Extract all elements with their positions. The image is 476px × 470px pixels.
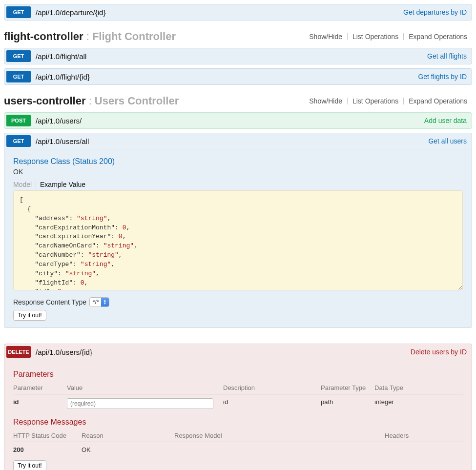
operation-flight-id: GET /api/1.0/flight/{id} Get flights by … bbox=[4, 68, 472, 85]
param-value-cell bbox=[67, 394, 223, 413]
operation-path[interactable]: /api/1.0/departure/{id} bbox=[36, 8, 105, 17]
operation-users-post: POST /api/1.0/users/ Add user data bbox=[4, 112, 472, 129]
response-tabs: Model Example Value bbox=[13, 181, 463, 188]
try-it-out-button[interactable]: Try it out! bbox=[13, 460, 46, 470]
th-parameter-type: Parameter Type bbox=[321, 382, 374, 394]
th-data-type: Data Type bbox=[374, 382, 463, 394]
response-content-type-label: Response Content Type bbox=[13, 298, 86, 306]
response-content-type-value: */* bbox=[90, 299, 101, 306]
th-parameter: Parameter bbox=[13, 382, 67, 394]
operation-header[interactable]: DELETE /api/1.0/users/{id} Delete users … bbox=[4, 344, 472, 360]
controller-separator: : bbox=[86, 30, 92, 42]
param-data-type: integer bbox=[374, 394, 463, 413]
controller-actions: Show/Hide List Operations Expand Operati… bbox=[304, 97, 472, 105]
th-headers: Headers bbox=[385, 429, 463, 442]
param-type: path bbox=[321, 394, 374, 413]
controller-desc: Users Controller bbox=[95, 95, 179, 107]
operation-summary[interactable]: Get departures by ID bbox=[403, 8, 467, 16]
th-description: Description bbox=[223, 382, 321, 394]
operation-header[interactable]: GET /api/1.0/users/all Get all users bbox=[4, 133, 472, 149]
controller-title[interactable]: users-controller : Users Controller bbox=[4, 95, 179, 107]
operation-header[interactable]: GET /api/1.0/flight/all Get all flights bbox=[4, 48, 472, 64]
action-list-ops[interactable]: List Operations bbox=[348, 97, 403, 105]
operation-path[interactable]: /api/1.0/users/{id} bbox=[36, 348, 92, 356]
operation-summary[interactable]: Get all flights bbox=[427, 52, 467, 60]
parameters-table: Parameter Value Description Parameter Ty… bbox=[13, 382, 463, 413]
response-row: 200 OK bbox=[13, 442, 463, 458]
method-badge-post: POST bbox=[6, 115, 31, 126]
operation-flight-all: GET /api/1.0/flight/all Get all flights bbox=[4, 48, 472, 64]
operation-body: Parameters Parameter Value Description P… bbox=[4, 360, 472, 470]
method-badge-get: GET bbox=[6, 71, 31, 82]
operation-header[interactable]: GET /api/1.0/flight/{id} Get flights by … bbox=[4, 69, 472, 84]
controller-separator: : bbox=[89, 95, 95, 107]
operation-header[interactable]: POST /api/1.0/users/ Add user data bbox=[4, 113, 472, 128]
th-reason: Reason bbox=[82, 429, 174, 442]
method-badge-get: GET bbox=[6, 6, 31, 18]
response-content-type-select[interactable]: */* ▲▼ bbox=[89, 297, 109, 307]
param-name: id bbox=[13, 394, 67, 413]
controller-desc: Flight Controller bbox=[92, 30, 176, 42]
example-value-code[interactable]: [ { "address": "string", "cardExpiration… bbox=[13, 190, 463, 290]
operation-users-all: GET /api/1.0/users/all Get all users Res… bbox=[4, 133, 472, 328]
param-value-input[interactable] bbox=[67, 398, 213, 409]
operation-path[interactable]: /api/1.0/flight/{id} bbox=[36, 73, 90, 81]
controller-actions: Show/Hide List Operations Expand Operati… bbox=[304, 33, 472, 41]
try-it-out-button[interactable]: Try it out! bbox=[13, 310, 46, 321]
operation-path[interactable]: /api/1.0/users/all bbox=[36, 137, 89, 145]
method-badge-delete: DELETE bbox=[6, 346, 31, 358]
response-messages-label: Response Messages bbox=[13, 418, 463, 427]
method-badge-get: GET bbox=[6, 50, 31, 62]
controller-users: users-controller : Users Controller Show… bbox=[4, 90, 472, 112]
param-description: id bbox=[223, 394, 321, 413]
chevron-updown-icon: ▲▼ bbox=[101, 298, 109, 307]
response-content-type-row: Response Content Type */* ▲▼ bbox=[13, 297, 463, 307]
action-show-hide[interactable]: Show/Hide bbox=[304, 33, 347, 41]
operation-summary[interactable]: Get flights by ID bbox=[418, 73, 467, 81]
th-http-status-code: HTTP Status Code bbox=[13, 429, 82, 442]
response-code: 200 bbox=[13, 442, 82, 458]
action-show-hide[interactable]: Show/Hide bbox=[304, 97, 347, 105]
controller-title[interactable]: flight-controller : Flight Controller bbox=[4, 30, 176, 43]
action-expand-ops[interactable]: Expand Operations bbox=[404, 33, 472, 41]
response-messages-table: HTTP Status Code Reason Response Model H… bbox=[13, 429, 463, 457]
operation-users-delete: DELETE /api/1.0/users/{id} Delete users … bbox=[4, 344, 472, 470]
operation-departure-get: GET /api/1.0/departure/{id} Get departur… bbox=[4, 4, 472, 20]
controller-name: users-controller bbox=[4, 95, 86, 107]
operation-body: Response Class (Status 200) OK Model Exa… bbox=[4, 149, 472, 327]
operation-summary[interactable]: Delete users by ID bbox=[411, 348, 467, 356]
response-reason: OK bbox=[82, 442, 174, 458]
response-class-label: Response Class (Status 200) bbox=[13, 157, 463, 166]
tab-model[interactable]: Model bbox=[13, 181, 36, 188]
tab-example-value[interactable]: Example Value bbox=[40, 181, 88, 188]
action-list-ops[interactable]: List Operations bbox=[348, 33, 403, 41]
operation-path[interactable]: /api/1.0/flight/all bbox=[36, 52, 86, 61]
action-expand-ops[interactable]: Expand Operations bbox=[404, 97, 472, 105]
param-row: id id path integer bbox=[13, 394, 463, 413]
response-status-text: OK bbox=[13, 168, 463, 176]
operation-path[interactable]: /api/1.0/users/ bbox=[36, 117, 82, 125]
method-badge-get: GET bbox=[6, 135, 31, 147]
operation-header[interactable]: GET /api/1.0/departure/{id} Get departur… bbox=[4, 4, 472, 20]
parameters-label: Parameters bbox=[13, 370, 463, 379]
operation-summary[interactable]: Get all users bbox=[428, 137, 467, 145]
controller-name: flight-controller bbox=[4, 30, 83, 42]
th-value: Value bbox=[67, 382, 223, 394]
operation-summary[interactable]: Add user data bbox=[424, 117, 467, 124]
controller-flight: flight-controller : Flight Controller Sh… bbox=[4, 25, 472, 48]
th-response-model: Response Model bbox=[174, 429, 385, 442]
